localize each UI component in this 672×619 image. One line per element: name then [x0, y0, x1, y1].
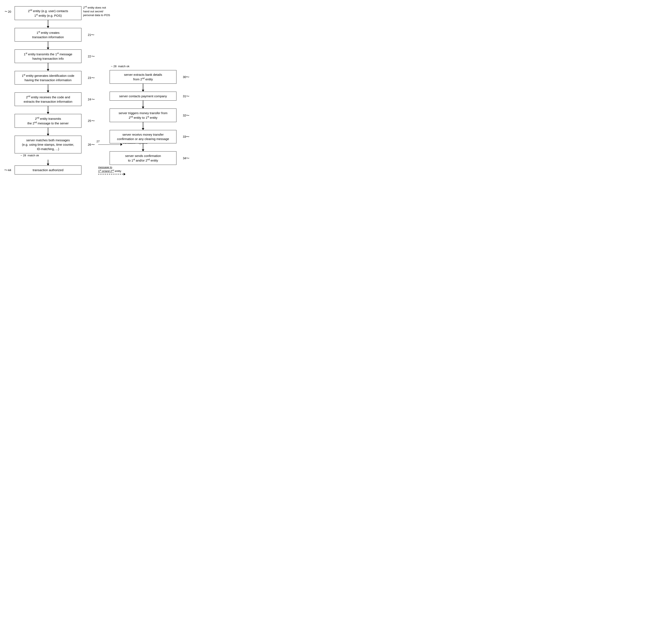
box-31-text: server contacts payment company — [119, 94, 167, 98]
squiggle-23: ~ — [91, 76, 95, 80]
box-auth: transaction authorized — [15, 165, 81, 175]
box-34: server sends confirmationto 1st and/or 2… — [110, 151, 176, 165]
ref-23: 23 — [88, 76, 91, 79]
arrow-0-1 — [47, 20, 49, 28]
match-ok-right-label: match ok — [118, 65, 129, 68]
squiggle-22: ~ — [91, 54, 95, 59]
squiggle-44: ~ — [4, 168, 8, 173]
box-4: 2nd entity receives the code andextracts… — [15, 92, 81, 106]
box-30: server extracts bank detailsfrom 2nd ent… — [110, 70, 176, 84]
squiggle-28-right: ~ — [111, 65, 113, 68]
step-4-wrapper: 2nd entity receives the code andextracts… — [4, 92, 92, 114]
arrow-5-6 — [47, 128, 49, 136]
squiggle-20: ~ — [5, 9, 7, 14]
box-33: server receivs money transferconfirmatio… — [110, 130, 176, 143]
box-4-text: 2nd entity receives the code andextracts… — [23, 95, 72, 103]
box-5: 2nd entity transmitsthe 2nd message to t… — [15, 114, 81, 128]
step-32-wrapper: server triggers money transfer from2nd e… — [105, 109, 182, 130]
diagram-container: 20 ~ 2nd entity (e.g. user) contacts1st … — [4, 6, 226, 175]
box-1: 1st entity createstransaction informatio… — [15, 28, 81, 42]
step-30-wrapper: server extracts bank detailsfrom 2nd ent… — [105, 70, 182, 92]
box-2-text: 1st entity transmits the 1st messagehavi… — [24, 52, 72, 60]
squiggle-33: ~ — [186, 134, 190, 139]
step-5-wrapper: 2nd entity transmitsthe 2nd message to t… — [4, 114, 92, 136]
box-32: server triggers money transfer from2nd e… — [110, 109, 176, 122]
squiggle-34: ~ — [186, 156, 190, 160]
dashed-label-line2: 1st or/and 2nd entity — [98, 169, 125, 173]
arrow-30-31 — [142, 84, 144, 92]
arrow-2-3 — [47, 63, 49, 71]
squiggle-28-left: ~ — [20, 154, 22, 157]
step-0-wrapper: 20 ~ 2nd entity (e.g. user) contacts1st … — [4, 6, 92, 28]
step-34-wrapper: server sends confirmationto 1st and/or 2… — [105, 151, 182, 165]
squiggle-26: ~ — [91, 142, 95, 147]
arrow-32-33 — [142, 122, 144, 130]
box-5-text: 2nd entity transmitsthe 2nd message to t… — [27, 117, 69, 125]
step-31-wrapper: server contacts payment company 31 ~ — [105, 92, 182, 109]
step-2-wrapper: 1st entity transmits the 1st messagehavi… — [4, 50, 92, 71]
ref-22: 22 — [88, 55, 91, 58]
box-0: 2nd entity (e.g. user) contacts1st entit… — [15, 6, 81, 20]
dashed-label-line1: message to — [98, 166, 125, 169]
match-ok-left-label: match ok — [27, 154, 39, 157]
arrow-6-auth — [47, 160, 49, 165]
label-20: 20 — [8, 10, 11, 13]
box-1-text: 1st entity createstransaction informatio… — [32, 31, 64, 39]
label-27: 27 — [97, 140, 100, 143]
step-3-wrapper: 1st entity generates identification code… — [4, 71, 92, 92]
squiggle-21: ~ — [91, 32, 95, 37]
ref-28-left: 28 — [23, 154, 26, 157]
box-34-text: server sends confirmationto 1st and/or 2… — [125, 154, 161, 162]
arrow-31-32 — [142, 100, 144, 109]
box-6-text: server matches both messages(e.g. using … — [22, 138, 74, 151]
step-6-wrapper: server matches both messages(e.g. using … — [4, 136, 92, 165]
box-3-text: 1st entity generates identification code… — [22, 74, 74, 82]
ref-24: 24 — [88, 98, 91, 101]
ref-26: 26 — [88, 143, 91, 146]
squiggle-32: ~ — [186, 113, 190, 118]
squiggle-24: ~ — [91, 97, 95, 101]
box-auth-text: transaction authorized — [33, 168, 63, 172]
squiggle-30: ~ — [186, 75, 190, 79]
step-33-wrapper: server receivs money transferconfirmatio… — [105, 130, 182, 151]
squiggle-31: ~ — [186, 94, 190, 98]
ref-28-right: 28 — [113, 65, 117, 68]
box-32-text: server triggers money transfer from2nd e… — [119, 111, 168, 119]
step-auth-wrapper: 44 ~ transaction authorized message to 1… — [4, 165, 92, 175]
right-column: ~ 28 match ok server extracts bank detai… — [105, 65, 182, 165]
box-3: 1st entity generates identification code… — [15, 71, 81, 84]
box-33-text: server receivs money transferconfirmatio… — [117, 133, 169, 141]
arrow-1-2 — [47, 42, 49, 50]
arrow-33-34 — [142, 143, 144, 151]
arrow-3-4 — [47, 84, 49, 92]
step-1-wrapper: 1st entity createstransaction informatio… — [4, 28, 92, 50]
arrow-4-5 — [47, 106, 49, 114]
box-30-text: server extracts bank detailsfrom 2nd ent… — [124, 73, 162, 81]
ref-44: 44 — [8, 168, 11, 172]
left-column: 20 ~ 2nd entity (e.g. user) contacts1st … — [4, 6, 92, 175]
box-2: 1st entity transmits the 1st messagehavi… — [15, 50, 81, 63]
dashed-arrow-area: message to 1st or/and 2nd entity — [98, 166, 125, 174]
box-0-text: 2nd entity (e.g. user) contacts1st entit… — [28, 9, 68, 17]
box-31: server contacts payment company — [110, 92, 176, 100]
box-6: server matches both messages(e.g. using … — [15, 136, 81, 153]
ref-25: 25 — [88, 119, 91, 123]
top-side-note: 2nd entity does nothand out secret/perso… — [83, 5, 131, 17]
squiggle-25: ~ — [91, 119, 95, 123]
